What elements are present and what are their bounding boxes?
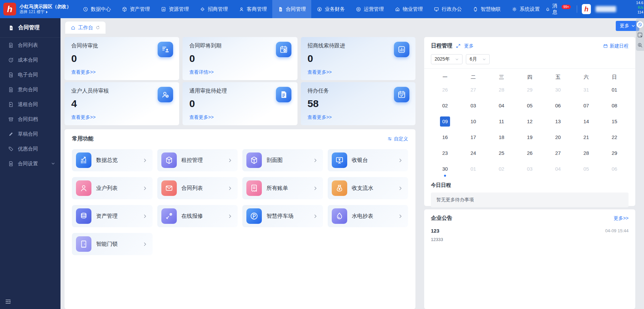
calendar-day[interactable]: 17 [459,132,487,146]
sidebar-item[interactable]: 草稿合同 [0,127,61,141]
sidebar-item[interactable]: 意向合同 [0,82,61,97]
tab-workbench[interactable]: 工作台 [65,22,106,34]
calendar-day[interactable]: 06 [600,164,629,177]
quick-function-tile[interactable]: 智慧停车场 [242,205,323,227]
stat-card-link[interactable]: 查看更多>> [308,114,332,121]
calendar-day[interactable]: 29 [600,148,629,162]
calendar-day[interactable]: 13 [544,116,572,130]
quick-function-tile[interactable]: 业户列表 [72,177,153,199]
nav-item[interactable]: 资源管理 [155,0,194,18]
calendar-day[interactable]: 04 [544,164,572,177]
nav-item[interactable]: 运营管理 [350,0,389,18]
sidebar-item[interactable]: 退租合同 [0,97,61,112]
calendar-day[interactable]: 02 [431,101,459,114]
customize-button[interactable]: 自定义 [387,136,408,142]
quick-function-tile[interactable]: 收支流水 [328,177,408,199]
stat-card-link[interactable]: 查看更多>> [71,114,95,121]
quick-function-tile[interactable]: 合同列表 [157,177,238,199]
quick-function-tile[interactable]: 智能门锁 [72,233,153,255]
calendar-day[interactable]: 31 [572,85,600,98]
quick-function-tile[interactable]: 在线报修 [157,205,238,227]
calendar-day[interactable]: 01 [459,164,487,177]
quick-function-tile[interactable]: 所有账单 [242,177,323,199]
calendar-day[interactable]: 05 [572,164,600,177]
swirl-app-icon[interactable] [637,21,643,28]
nav-item[interactable]: 行政办公 [428,0,467,18]
stat-card-link[interactable]: 查看详情>> [189,69,213,75]
calendar-day[interactable]: 03 [459,101,487,114]
screenshot-icon[interactable] [637,32,643,38]
sidebar-header-contract-management[interactable]: 合同管理 [0,18,61,38]
calendar-day[interactable]: 06 [544,101,572,114]
nav-item[interactable]: 智慧物联 [467,0,506,18]
nav-item[interactable]: 物业管理 [389,0,428,18]
calendar-day[interactable]: 26 [516,148,544,162]
sidebar-item[interactable]: 电子合同 [0,67,61,82]
calendar-day[interactable]: 01 [600,85,629,98]
calendar-day[interactable]: 26 [431,85,459,98]
nav-item[interactable]: 合同管理 [272,0,311,18]
calendar-day[interactable]: 18 [487,132,516,146]
calendar-day[interactable]: 30 [544,85,572,98]
calendar-day[interactable]: 02 [487,164,516,177]
sidebar-item[interactable]: 优惠合同 [0,141,61,156]
sidebar-item[interactable]: 合同列表 [0,38,61,53]
stat-card-link[interactable]: 查看更多>> [71,69,95,75]
calendar-day[interactable]: 27 [544,148,572,162]
calendar-day[interactable]: 19 [516,132,544,146]
calendar-day[interactable]: 22 [600,132,629,146]
month-select[interactable]: 6月 [466,54,490,64]
nav-item[interactable]: 数据中心 [77,0,116,18]
search-a-icon[interactable] [637,42,643,48]
calendar-day[interactable]: 10 [459,116,487,130]
calendar-day[interactable]: 03 [516,164,544,177]
quick-function-tile[interactable]: 数据总览 [72,149,153,171]
new-event-button[interactable]: 新建日程 [603,43,629,49]
calendar-day[interactable]: 08 [600,101,629,114]
calendar-day[interactable]: 12 [516,116,544,130]
calendar-day[interactable]: 05 [516,101,544,114]
sidebar-item[interactable]: 合同归档 [0,112,61,127]
calendar-day[interactable]: 04 [487,101,516,114]
stat-card-link[interactable]: 查看更多>> [308,69,332,75]
user-avatar[interactable]: h [582,4,591,14]
calendar-day[interactable]: 20 [544,132,572,146]
year-select[interactable]: 2025年 [431,54,462,64]
calendar-day[interactable]: 28 [572,148,600,162]
schedule-more-link[interactable]: 更多 [464,43,474,49]
calendar-day[interactable]: 28 [487,85,516,98]
expand-icon[interactable] [456,43,461,48]
calendar-day[interactable]: 30 [431,164,459,177]
calendar-day[interactable]: 11 [487,116,516,130]
sidebar-item[interactable]: 合同设置 [0,156,61,171]
quick-function-tile[interactable]: 剖面图 [242,149,323,171]
calendar-day[interactable]: 29 [516,85,544,98]
nav-item[interactable]: 系统设置 [506,0,545,18]
calendar-day[interactable]: 25 [487,148,516,162]
quick-function-tile[interactable]: 水电抄表 [328,205,408,227]
quick-function-tile[interactable]: 资产管理 [72,205,153,227]
calendar-day[interactable]: 14 [572,116,600,130]
announcements-more-link[interactable]: 更多>> [614,215,629,221]
calendar-day[interactable]: 27 [459,85,487,98]
sidebar-collapse-button[interactable] [5,298,11,305]
refresh-icon[interactable] [95,25,100,30]
messages-button[interactable]: 消息 99+ [545,3,572,15]
nav-item[interactable]: 业务财务 [311,0,350,18]
announcement-item[interactable]: 123 04-09 15:44 12333 [431,228,629,242]
calendar-day[interactable]: 21 [572,132,600,146]
calendar-day[interactable]: 16 [431,132,459,146]
quick-function-tile[interactable]: 收银台 [328,149,408,171]
calendar-day[interactable]: 15 [600,116,629,130]
nav-item[interactable]: 资产管理 [116,0,155,18]
quick-function-tile[interactable]: 租控管理 [157,149,238,171]
sidebar-item[interactable]: 成本合同 [0,53,61,67]
building-selector[interactable]: 选择 121 楼宇 [19,9,71,14]
calendar-day[interactable]: 07 [572,101,600,114]
user-name-blurred[interactable] [596,6,616,12]
calendar-day-selected[interactable]: 09 [431,116,459,130]
calendar-day[interactable]: 24 [459,148,487,162]
calendar-day[interactable]: 23 [431,148,459,162]
nav-item[interactable]: 招商管理 [194,0,233,18]
stat-card-link[interactable]: 查看更多>> [189,114,213,121]
